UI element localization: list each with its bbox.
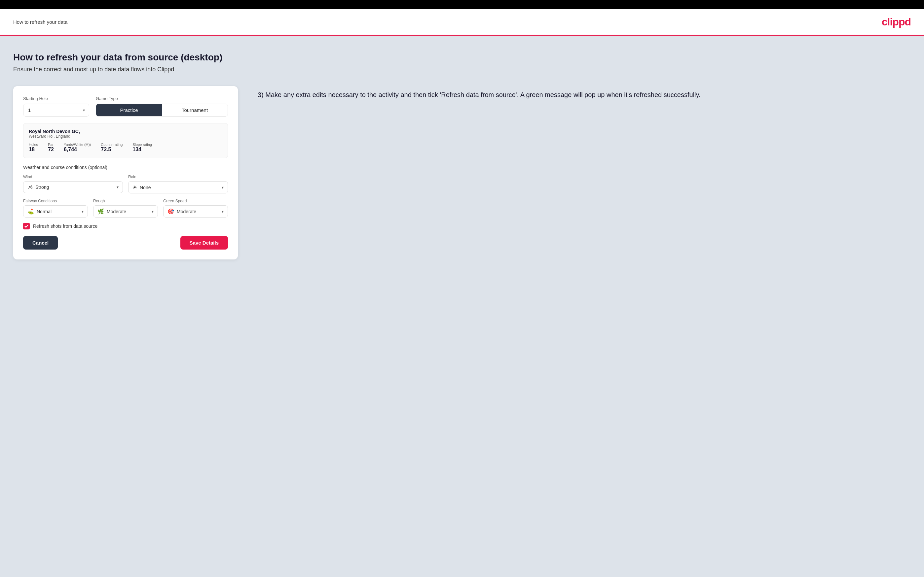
fairway-icon: ⛳ [27,208,34,214]
green-speed-icon: 🎯 [168,208,174,214]
par-label: Par [48,143,54,147]
wind-select[interactable]: 🌬 Strong ▾ [23,181,123,193]
green-speed-group: Green Speed 🎯 Moderate ▾ [163,199,228,218]
slope-rating-value: 134 [132,147,152,153]
wind-label: Wind [23,175,123,179]
holes-label: Holes [29,143,38,147]
conditions-section-title: Weather and course conditions (optional) [23,165,228,170]
rough-value: Moderate [107,209,126,214]
button-row: Cancel Save Details [23,236,228,250]
rough-chevron: ▾ [152,209,153,214]
course-rating-label: Course rating [101,143,123,147]
game-type-toggle: Practice Tournament [96,104,228,116]
starting-hole-input[interactable]: 1 10 [23,104,89,116]
page-subheading: Ensure the correct and most up to date d… [13,66,911,73]
game-type-label: Game Type [96,96,228,101]
rain-select[interactable]: ☀ None ▾ [128,181,228,193]
rain-group: Rain ☀ None ▾ [128,175,228,193]
refresh-label: Refresh shots from data source [33,224,97,229]
wind-value: Strong [36,185,49,190]
course-location: Westward Ho!, England [29,134,222,139]
rough-select[interactable]: 🌿 Moderate ▾ [93,205,158,218]
rough-icon: 🌿 [97,208,104,214]
fairway-group: Fairway Conditions ⛳ Normal ▾ [23,199,88,218]
wind-chevron: ▾ [116,185,119,190]
green-speed-chevron: ▾ [222,209,224,214]
save-button[interactable]: Save Details [180,236,228,250]
wind-icon: 🌬 [27,184,33,190]
rain-icon: ☀ [132,184,137,190]
side-note-text: 3) Make any extra edits necessary to the… [258,89,911,100]
yards-value: 6,744 [64,147,91,153]
rain-value: None [140,185,151,190]
course-rating-value: 72.5 [101,147,123,153]
rain-label: Rain [128,175,228,179]
cancel-button[interactable]: Cancel [23,236,58,250]
slope-rating-label: Slope rating [132,143,152,147]
form-card: Starting Hole 1 10 ▾ Game Type Practice … [13,86,238,259]
refresh-checkbox[interactable] [23,223,30,229]
starting-hole-label: Starting Hole [23,96,89,101]
page-breadcrumb: How to refresh your data [13,19,68,25]
green-speed-value: Moderate [177,209,196,214]
refresh-checkbox-row: Refresh shots from data source [23,223,228,229]
green-speed-select[interactable]: 🎯 Moderate ▾ [163,205,228,218]
fairway-select[interactable]: ⛳ Normal ▾ [23,205,88,218]
yards-label: Yards/White (M)) [64,143,91,147]
starting-hole-select[interactable]: 1 10 ▾ [23,104,89,116]
page-heading: How to refresh your data from source (de… [13,52,911,63]
side-note: 3) Make any extra edits necessary to the… [258,86,911,100]
course-info: Royal North Devon GC, Westward Ho!, Engl… [23,123,228,158]
holes-value: 18 [29,147,38,153]
green-speed-label: Green Speed [163,199,228,203]
par-value: 72 [48,147,54,153]
fairway-value: Normal [37,209,52,214]
logo: clippd [882,16,911,28]
fairway-chevron: ▾ [82,209,84,214]
tournament-button[interactable]: Tournament [162,104,228,116]
practice-button[interactable]: Practice [96,104,162,116]
rough-label: Rough [93,199,158,203]
wind-group: Wind 🌬 Strong ▾ [23,175,123,193]
rain-chevron: ▾ [222,185,224,190]
fairway-label: Fairway Conditions [23,199,88,203]
rough-group: Rough 🌿 Moderate ▾ [93,199,158,218]
course-name: Royal North Devon GC, [29,129,222,134]
